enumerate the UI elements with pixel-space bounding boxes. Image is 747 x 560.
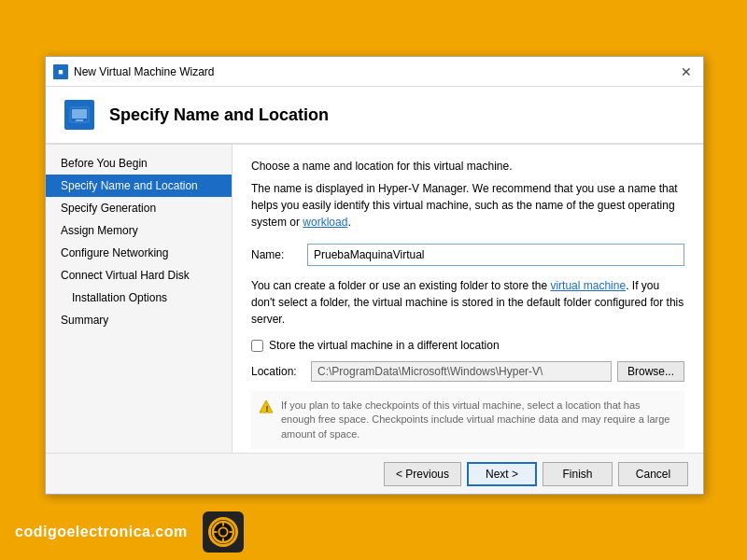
store-location-checkbox[interactable]: [251, 340, 263, 352]
dialog-window: ■ New Virtual Machine Wizard ✕ Specify N…: [45, 56, 704, 495]
location-label: Location:: [251, 365, 305, 378]
store-location-label[interactable]: Store the virtual machine in a different…: [269, 339, 500, 352]
warning-icon: !: [259, 399, 274, 414]
nav-item-before-you-begin[interactable]: Before You Begin: [46, 152, 232, 175]
finish-button[interactable]: Finish: [543, 462, 613, 486]
location-input[interactable]: [311, 361, 612, 382]
content-intro: Choose a name and location for this virt…: [251, 160, 684, 173]
dialog-body: Before You Begin Specify Name and Locati…: [46, 145, 703, 453]
folder-description: You can create a folder or use an existi…: [251, 277, 684, 328]
svg-rect-1: [72, 109, 87, 119]
nav-item-specify-name[interactable]: Specify Name and Location: [46, 175, 232, 197]
nav-item-specify-generation[interactable]: Specify Generation: [46, 197, 232, 219]
window-icon: ■: [53, 64, 68, 79]
nav-item-assign-memory[interactable]: Assign Memory: [46, 219, 232, 242]
content-description: The name is displayed in Hyper-V Manager…: [251, 180, 684, 231]
bottom-bar: codigoelectronica.com: [0, 504, 747, 560]
close-button[interactable]: ✕: [677, 63, 696, 81]
name-input[interactable]: [307, 244, 684, 266]
header-icon: [64, 100, 94, 130]
nav-item-summary[interactable]: Summary: [46, 309, 232, 331]
name-label: Name:: [251, 248, 298, 261]
logo-inner: [208, 517, 238, 547]
name-form-row: Name:: [251, 244, 684, 266]
content-panel: Choose a name and location for this virt…: [233, 145, 703, 453]
window-title: New Virtual Machine Wizard: [74, 65, 215, 78]
bottom-bar-logo: [203, 511, 244, 553]
browse-button[interactable]: Browse...: [617, 361, 684, 382]
header-title: Specify Name and Location: [109, 105, 329, 125]
svg-rect-2: [76, 119, 83, 121]
svg-text:!: !: [266, 404, 269, 413]
title-bar-left: ■ New Virtual Machine Wizard: [53, 64, 215, 79]
nav-panel: Before You Begin Specify Name and Locati…: [46, 145, 233, 453]
location-row: Location: Browse...: [251, 361, 684, 382]
store-location-row: Store the virtual machine in a different…: [251, 339, 684, 352]
warning-text: If you plan to take checkpoints of this …: [281, 399, 677, 441]
previous-button[interactable]: < Previous: [384, 462, 461, 486]
cancel-button[interactable]: Cancel: [618, 462, 688, 486]
title-bar: ■ New Virtual Machine Wizard ✕: [46, 57, 703, 87]
bottom-bar-text: codigoelectronica.com: [15, 524, 188, 540]
warning-row: ! If you plan to take checkpoints of thi…: [251, 391, 684, 449]
nav-item-configure-networking[interactable]: Configure Networking: [46, 242, 232, 264]
nav-item-installation-options[interactable]: Installation Options: [46, 287, 232, 309]
next-button[interactable]: Next >: [467, 462, 537, 486]
dialog-header: Specify Name and Location: [46, 87, 703, 145]
nav-item-connect-virtual-disk[interactable]: Connect Virtual Hard Disk: [46, 264, 232, 287]
dialog-footer: < Previous Next > Finish Cancel: [46, 453, 703, 494]
